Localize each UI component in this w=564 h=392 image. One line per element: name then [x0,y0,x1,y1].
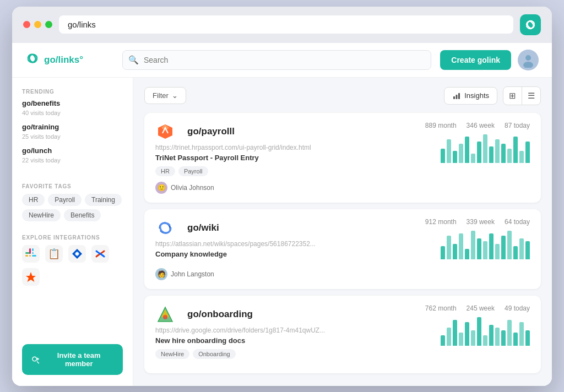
stat-today-0: 87 today [505,122,530,129]
integration-confluence[interactable] [91,245,109,263]
chart-bar [447,139,451,163]
mini-chart-0 [441,133,530,163]
trending-item: go/lunch 22 visits today [22,146,123,165]
tag-newhire[interactable]: NewHire [22,209,61,221]
logo-icon [25,51,40,69]
sidebar-section-integrations: EXPLORE INTEGRATIONS [22,235,123,286]
chart-bar [489,146,494,163]
chart-bar [459,233,463,259]
search-input[interactable] [122,50,431,70]
list-view-button[interactable]: ☰ [522,87,540,105]
grid-view-button[interactable]: ⊞ [503,87,522,105]
filter-button[interactable]: Filter ⌄ [144,87,186,104]
chart-bar [471,231,475,259]
golink-title-1[interactable]: go/wiki [187,222,219,233]
chart-bar [501,144,506,163]
filter-chevron-icon: ⌄ [172,91,178,100]
maximize-button[interactable] [45,21,52,28]
user-avatar[interactable] [518,50,539,70]
tag-payroll[interactable]: Payroll [48,194,82,206]
card-stats-0: 889 month 346 week 87 today [387,122,530,163]
user-name-1: John Langston [171,270,214,278]
card-tag-newhire[interactable]: NewHire [155,349,189,359]
chart-bar [501,236,506,259]
chart-bar [441,246,445,259]
integration-jira[interactable] [68,245,86,263]
header-actions: Create golink [440,50,539,70]
card-tag-onboarding[interactable]: Onboarding [193,349,236,359]
golink-tags-0: HR Payroll [155,166,387,176]
integrations-icons: 📋 [22,245,123,286]
svg-rect-14 [456,95,458,99]
invite-team-member-button[interactable]: Invite a team member [22,344,123,375]
chart-bar [471,330,475,346]
create-golink-button[interactable]: Create golink [440,50,511,70]
svg-rect-6 [25,255,28,257]
minimize-button[interactable] [34,21,41,28]
chart-bar [513,246,518,259]
chart-bar [483,335,487,346]
sidebar-section-trending: TRENDING go/benefits 40 visits today go/… [22,89,123,170]
chart-bar [489,233,494,259]
trending-visits-1: 25 visits today [22,133,61,140]
svg-point-10 [75,252,79,255]
trending-link-2[interactable]: go/lunch [22,146,123,155]
stat-today-1: 64 today [505,218,530,226]
chart-bar [465,137,469,163]
stats-row-2: 762 month 245 week 49 today [425,304,530,312]
main-toolbar: Filter ⌄ Insights ⊞ ☰ [144,86,541,105]
chart-bar [507,231,512,259]
chart-bar [459,144,463,163]
chart-bar [453,320,457,346]
user-avatar-1: 🧑 [155,268,167,280]
trending-visits-2: 22 visits today [22,157,61,164]
stat-month-2: 762 month [425,304,457,312]
chart-bar [495,139,500,163]
search-bar: 🔍 [122,50,431,70]
card-info-2: go/onboarding https://drive.google.com/d… [155,304,387,364]
card-tag-payroll[interactable]: Payroll [178,166,208,176]
traffic-lights [23,21,52,28]
integration-zapier[interactable] [22,268,40,286]
svg-rect-3 [32,248,34,251]
integrations-title: EXPLORE INTEGRATIONS [22,235,123,241]
golink-title-0[interactable]: go/payrolll [187,126,235,137]
card-info-1: go/wiki https://atlassian.net/wiki/space… [155,218,387,280]
chart-bar [525,141,530,163]
stat-week-0: 346 week [467,122,495,129]
search-icon: 🔍 [128,55,139,65]
tag-training[interactable]: Training [85,194,122,206]
golink-desc-1: Company knowledge [155,250,387,258]
golink-title-2[interactable]: go/onboarding [187,309,253,320]
chart-bar [495,244,500,259]
trending-link-0[interactable]: go/benefits [22,99,123,107]
card-top-2: go/onboarding https://drive.google.com/d… [155,304,530,364]
sidebar: TRENDING go/benefits 40 visits today go/… [12,78,133,386]
svg-point-0 [525,55,531,61]
svg-rect-8 [29,252,31,254]
chart-bar [501,330,506,346]
integration-notion[interactable]: 📋 [45,245,63,263]
tag-hr[interactable]: HR [22,194,45,206]
toolbar-right: Insights ⊞ ☰ [444,86,541,105]
tag-benefits[interactable]: Benefits [64,209,101,221]
chart-bar [459,333,463,346]
browser-app-icon [520,14,541,35]
browser-chrome: go/links [12,7,552,43]
close-button[interactable] [23,21,30,28]
tags-container: HR Payroll Training NewHire Benefits [22,194,123,221]
trending-link-1[interactable]: go/training [22,123,123,131]
url-bar[interactable]: go/links [59,15,513,34]
trending-item: go/benefits 40 visits today [22,99,123,117]
card-stats-1: 912 month 339 week 64 today [387,218,530,259]
chart-bar [495,328,500,346]
card-tag-hr[interactable]: HR [155,166,175,176]
logo[interactable]: go/links° [25,51,113,69]
svg-rect-15 [458,93,460,99]
chart-bar [453,244,457,259]
chart-bar [489,325,494,346]
card-top-0: go/payrolll https://trinet.hrpassport.co… [155,122,530,194]
insights-button[interactable]: Insights [444,87,497,105]
integration-slack[interactable] [22,245,40,263]
chart-bar [441,335,445,346]
